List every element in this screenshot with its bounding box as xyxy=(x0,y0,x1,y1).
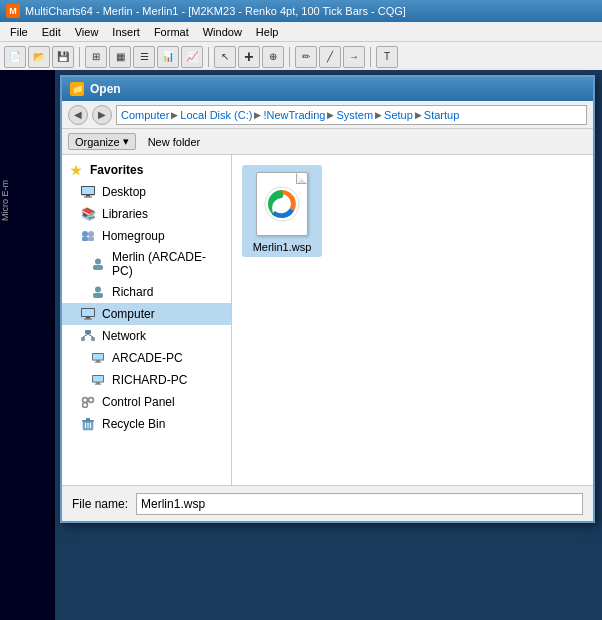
open-button[interactable]: 📂 xyxy=(28,46,50,68)
user-icon-richard xyxy=(90,284,106,300)
desktop-icon xyxy=(80,184,96,200)
sidebar-item-merlin[interactable]: Merlin (ARCADE-PC) xyxy=(62,247,231,281)
svg-rect-24 xyxy=(95,362,102,363)
svg-rect-1 xyxy=(82,187,94,194)
grid-button[interactable]: ⊞ xyxy=(85,46,107,68)
star-icon: ★ xyxy=(68,162,84,178)
sidebar-item-computer[interactable]: Computer xyxy=(62,303,231,325)
sidebar-item-richard[interactable]: Richard xyxy=(62,281,231,303)
svg-point-10 xyxy=(95,287,101,293)
breadcrumb-system[interactable]: System xyxy=(336,109,373,121)
filename-input[interactable] xyxy=(136,493,583,515)
svg-rect-13 xyxy=(82,309,94,316)
plus-button[interactable]: + xyxy=(238,46,260,68)
dialog-title-bar: 📁 Open xyxy=(62,77,593,101)
text-button[interactable]: T xyxy=(376,46,398,68)
wsp-file-page xyxy=(256,172,308,236)
network-icon xyxy=(80,328,96,344)
sidebar-item-control-panel[interactable]: Control Panel xyxy=(62,391,231,413)
menu-edit[interactable]: Edit xyxy=(36,24,67,40)
sidebar-item-favorites[interactable]: ★ Favorites xyxy=(62,159,231,181)
svg-rect-26 xyxy=(93,376,103,382)
back-button[interactable]: ◀ xyxy=(68,105,88,125)
svg-rect-22 xyxy=(93,354,103,360)
list-button[interactable]: ☰ xyxy=(133,46,155,68)
svg-rect-14 xyxy=(86,317,90,319)
svg-rect-17 xyxy=(81,337,85,341)
file-item-merlin1-wsp[interactable]: Merlin1.wsp xyxy=(242,165,322,257)
line-button[interactable]: ╱ xyxy=(319,46,341,68)
computer-icon xyxy=(80,306,96,322)
app-icon: M xyxy=(6,4,20,18)
svg-rect-3 xyxy=(84,197,92,198)
arrow-button[interactable]: → xyxy=(343,46,365,68)
table-button[interactable]: ▦ xyxy=(109,46,131,68)
svg-rect-6 xyxy=(82,237,88,241)
file-label-merlin1: Merlin1.wsp xyxy=(253,241,312,253)
breadcrumb: Computer ▶ Local Disk (C:) ▶ !NewTrading… xyxy=(116,105,587,125)
svg-rect-9 xyxy=(93,265,103,270)
sidebar-item-arcade-pc[interactable]: ARCADE-PC xyxy=(62,347,231,369)
dialog-toolbar: Organize ▾ New folder xyxy=(62,129,593,155)
menu-file[interactable]: File xyxy=(4,24,34,40)
computer-icon-arcade xyxy=(90,350,106,366)
svg-rect-18 xyxy=(91,337,95,341)
draw-button[interactable]: ✏ xyxy=(295,46,317,68)
user-icon-merlin xyxy=(90,256,106,272)
menu-window[interactable]: Window xyxy=(197,24,248,40)
svg-point-4 xyxy=(82,231,88,237)
new-folder-button[interactable]: New folder xyxy=(144,135,205,149)
breadcrumb-startup[interactable]: Startup xyxy=(424,109,459,121)
right-panel: Merlin1.wsp xyxy=(232,155,593,485)
bar-button[interactable]: 📈 xyxy=(181,46,203,68)
organize-label: Organize xyxy=(75,136,120,148)
breadcrumb-localdisk[interactable]: Local Disk (C:) xyxy=(180,109,252,121)
svg-rect-2 xyxy=(86,195,90,197)
sidebar-item-desktop[interactable]: Desktop xyxy=(62,181,231,203)
svg-point-30 xyxy=(89,398,94,403)
svg-rect-33 xyxy=(82,420,94,422)
sidebar-item-recycle-bin[interactable]: Recycle Bin xyxy=(62,413,231,435)
menu-format[interactable]: Format xyxy=(148,24,195,40)
breadcrumb-setup[interactable]: Setup xyxy=(384,109,413,121)
sidebar-item-homegroup[interactable]: Homegroup xyxy=(62,225,231,247)
menu-insert[interactable]: Insert xyxy=(106,24,146,40)
svg-rect-11 xyxy=(93,293,103,298)
svg-rect-7 xyxy=(88,237,94,241)
save-button[interactable]: 💾 xyxy=(52,46,74,68)
new-button[interactable]: 📄 xyxy=(4,46,26,68)
recycle-bin-icon xyxy=(80,416,96,432)
toolbar-sep-2 xyxy=(208,47,209,67)
svg-rect-27 xyxy=(96,383,99,384)
dialog-wrapper: 📁 Open ◀ ▶ Computer ▶ Local Disk (C:) ▶ … xyxy=(55,70,602,620)
left-panel: ★ Favorites Desktop xyxy=(62,155,232,485)
chart-button[interactable]: 📊 xyxy=(157,46,179,68)
app-title: MultiCharts64 - Merlin - Merlin1 - [M2KM… xyxy=(25,5,406,17)
toolbar-sep-3 xyxy=(289,47,290,67)
breadcrumb-computer[interactable]: Computer xyxy=(121,109,169,121)
organize-button[interactable]: Organize ▾ xyxy=(68,133,136,150)
main-toolbar: 📄 📂 💾 ⊞ ▦ ☰ 📊 📈 ↖ + ⊕ ✏ ╱ → T xyxy=(0,42,602,72)
breadcrumb-newtrading[interactable]: !NewTrading xyxy=(263,109,325,121)
sidebar-item-libraries[interactable]: 📚 Libraries xyxy=(62,203,231,225)
dialog-title-text: Open xyxy=(90,82,121,96)
chart-area: Micro E-m xyxy=(0,70,55,620)
crosshair-button[interactable]: ⊕ xyxy=(262,46,284,68)
menu-help[interactable]: Help xyxy=(250,24,285,40)
menu-view[interactable]: View xyxy=(69,24,105,40)
svg-rect-16 xyxy=(85,330,91,334)
svg-line-20 xyxy=(88,334,93,337)
file-icon-wrapper xyxy=(252,169,312,239)
pointer-button[interactable]: ↖ xyxy=(214,46,236,68)
control-panel-icon xyxy=(80,394,96,410)
dialog-bottom: File name: xyxy=(62,485,593,521)
forward-button[interactable]: ▶ xyxy=(92,105,112,125)
libraries-icon: 📚 xyxy=(80,206,96,222)
svg-rect-23 xyxy=(96,361,99,362)
dialog-title-icon: 📁 xyxy=(70,82,84,96)
chart-label: Micro E-m xyxy=(0,180,55,221)
sidebar-item-network[interactable]: Network xyxy=(62,325,231,347)
homegroup-icon xyxy=(80,228,96,244)
address-bar: ◀ ▶ Computer ▶ Local Disk (C:) ▶ !NewTra… xyxy=(62,101,593,129)
sidebar-item-richard-pc[interactable]: RICHARD-PC xyxy=(62,369,231,391)
